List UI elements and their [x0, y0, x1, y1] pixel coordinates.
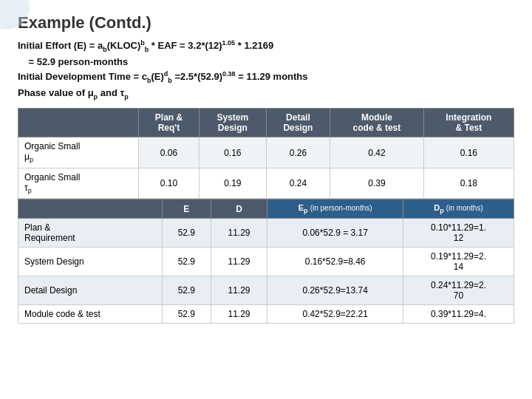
- table-row: Module code & test 52.9 11.29 0.42*52.9=…: [18, 305, 514, 324]
- cell: 0.16: [199, 137, 266, 168]
- cell-e: 52.9: [162, 248, 211, 276]
- table-row: Detail Design 52.9 11.29 0.26*52.9=13.74…: [18, 276, 514, 305]
- cell-ep: 0.16*52.9=8.46: [267, 248, 403, 276]
- page-container: Example (Contd.) Initial Effort (E) = ab…: [0, 0, 532, 331]
- cell-ep: 0.26*52.9=13.74: [267, 276, 403, 305]
- col-header-d: D: [211, 200, 267, 219]
- row-system: System Design: [18, 248, 163, 276]
- col-header-dp: Dp (in months): [403, 200, 514, 219]
- intro-line2: Initial Development Time = cb(E)db =2.5*…: [18, 71, 308, 82]
- col-header-system: SystemDesign: [199, 109, 266, 137]
- cell-d: 11.29: [211, 276, 267, 305]
- effort-time-table: E D Ep (in person-months) Dp (in months)…: [18, 199, 514, 324]
- table-row: Organic Smallτp 0.10 0.19 0.24 0.39 0.18: [18, 168, 514, 198]
- cell: 0.16: [423, 137, 514, 168]
- cell-dp: 0.19*11.29=2.14: [403, 248, 514, 276]
- col-header-integration: Integration& Test: [423, 109, 514, 137]
- cell-dp: 0.39*11.29=4.: [403, 305, 514, 324]
- table-row: Organic Smallμp 0.06 0.16 0.26 0.42 0.16: [18, 137, 514, 168]
- col-header-phase: [18, 200, 163, 219]
- cell-ep: 0.42*52.9=22.21: [267, 305, 403, 324]
- table-row: Plan &Requirement 52.9 11.29 0.06*52.9 =…: [18, 219, 514, 248]
- row-detail: Detail Design: [18, 276, 163, 305]
- cell: 0.10: [138, 168, 199, 198]
- table-row: System Design 52.9 11.29 0.16*52.9=8.46 …: [18, 248, 514, 276]
- row-label-mu: Organic Smallμp: [18, 137, 139, 168]
- intro-line1: Initial Effort (E) = ab(KLOC)bb * EAF = …: [18, 40, 273, 51]
- intro-line1b: = 52.9 person-months: [18, 56, 128, 67]
- cell: 0.19: [199, 168, 266, 198]
- cell-e: 52.9: [162, 276, 211, 305]
- cell: 0.06: [138, 137, 199, 168]
- cell: 0.26: [266, 137, 330, 168]
- row-module: Module code & test: [18, 305, 163, 324]
- col-header-empty: [18, 109, 139, 137]
- col-header-plan: Plan &Req't: [138, 109, 199, 137]
- phase-value-table: Plan &Req't SystemDesign DetailDesign Mo…: [18, 108, 514, 199]
- cell: 0.24: [266, 168, 330, 198]
- cell-dp: 0.10*11.29=1.12: [403, 219, 514, 248]
- cell-d: 11.29: [211, 219, 267, 248]
- cell-d: 11.29: [211, 248, 267, 276]
- row-label-tau: Organic Smallτp: [18, 168, 139, 198]
- col-header-detail: DetailDesign: [266, 109, 330, 137]
- cell-e: 52.9: [162, 305, 211, 324]
- col-header-ep: Ep (in person-months): [267, 200, 403, 219]
- cell: 0.18: [423, 168, 514, 198]
- row-plan: Plan &Requirement: [18, 219, 163, 248]
- intro-line3: Phase value of μp and τp: [18, 87, 129, 98]
- col-header-module: Modulecode & test: [330, 109, 424, 137]
- col-header-e: E: [162, 200, 211, 219]
- cell-ep: 0.06*52.9 = 3.17: [267, 219, 403, 248]
- cell: 0.39: [330, 168, 424, 198]
- intro-text: Initial Effort (E) = ab(KLOC)bb * EAF = …: [18, 38, 514, 102]
- cell-e: 52.9: [162, 219, 211, 248]
- cell-d: 11.29: [211, 305, 267, 324]
- cell: 0.42: [330, 137, 424, 168]
- cell-dp: 0.24*11.29=2.70: [403, 276, 514, 305]
- page-title: Example (Contd.): [18, 13, 514, 33]
